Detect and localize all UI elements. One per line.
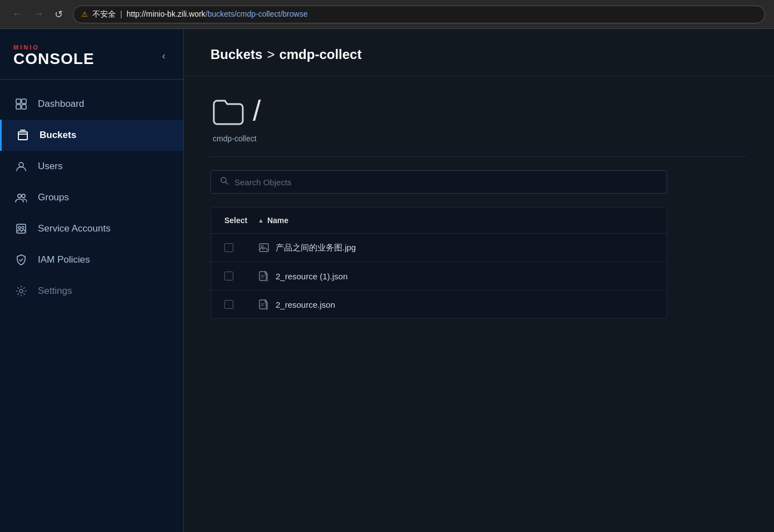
divider <box>210 156 747 157</box>
users-icon <box>13 159 29 174</box>
search-icon <box>220 176 229 188</box>
search-bar[interactable] <box>210 170 667 194</box>
svg-line-13 <box>226 182 228 184</box>
groups-label: Groups <box>38 192 69 203</box>
svg-rect-14 <box>259 244 268 252</box>
sidebar-item-dashboard[interactable]: Dashboard <box>0 88 183 120</box>
svg-point-5 <box>19 162 23 167</box>
address-text: 不安全 | http://minio-bk.zili.work/buckets/… <box>92 9 307 19</box>
app-container: MINIO CONSOLE ‹ Dashboard <box>0 29 774 532</box>
svg-rect-3 <box>22 105 26 109</box>
svg-point-7 <box>22 194 25 198</box>
row-checkbox-3[interactable] <box>224 300 258 309</box>
iam-policies-label: IAM Policies <box>38 254 90 265</box>
iam-policies-icon <box>13 252 29 268</box>
service-accounts-icon <box>13 221 29 237</box>
sidebar-item-service-accounts[interactable]: Service Accounts <box>0 213 183 244</box>
svg-point-15 <box>261 245 263 248</box>
svg-rect-2 <box>16 105 21 109</box>
service-accounts-label: Service Accounts <box>38 223 110 234</box>
logo: MINIO CONSOLE <box>13 45 94 68</box>
content-area: / cmdp-collect <box>184 76 774 532</box>
buckets-icon <box>15 127 31 143</box>
svg-rect-0 <box>16 99 21 104</box>
sidebar-item-groups[interactable]: Groups <box>0 182 183 213</box>
forward-button[interactable]: → <box>30 6 47 22</box>
table-row[interactable]: 产品之间的业务图.jpg <box>211 234 667 262</box>
image-file-icon <box>258 242 270 254</box>
objects-table: Select ▲ Name <box>210 207 667 319</box>
folder-slash: / <box>253 96 261 125</box>
name-column-header[interactable]: ▲ Name <box>258 216 653 225</box>
users-label: Users <box>38 161 62 172</box>
logo-console: CONSOLE <box>13 51 94 68</box>
svg-rect-4 <box>18 132 27 140</box>
settings-label: Settings <box>38 285 72 297</box>
table-header: Select ▲ Name <box>211 208 667 234</box>
folder-name: cmdp-collect <box>210 134 257 143</box>
folder-icon-row: / <box>210 94 261 130</box>
security-icon: ⚠ <box>81 10 88 18</box>
sidebar-header: MINIO CONSOLE ‹ <box>0 29 183 80</box>
sort-arrow: ▲ <box>258 217 264 224</box>
sidebar-item-iam-policies[interactable]: IAM Policies <box>0 244 183 275</box>
breadcrumb-root[interactable]: Buckets <box>210 47 262 62</box>
dashboard-label: Dashboard <box>38 98 84 110</box>
svg-point-10 <box>22 226 24 229</box>
nav-buttons: ← → ↺ <box>9 6 66 23</box>
breadcrumb-separator: > <box>267 47 275 62</box>
svg-point-9 <box>18 226 21 229</box>
file-name-1: 产品之间的业务图.jpg <box>276 243 356 253</box>
settings-icon <box>13 283 29 299</box>
row-name-1: 产品之间的业务图.jpg <box>258 242 653 254</box>
back-button[interactable]: ← <box>9 6 26 22</box>
breadcrumb: Buckets > cmdp-collect <box>210 47 747 62</box>
row-name-2: 2_resource (1).json <box>258 270 653 282</box>
checkbox-2[interactable] <box>224 272 233 280</box>
svg-point-6 <box>18 194 21 198</box>
main-content: Buckets > cmdp-collect / cmdp-collect <box>184 29 774 532</box>
groups-icon <box>13 190 29 205</box>
sidebar-nav: Dashboard Buckets <box>0 80 183 532</box>
sidebar-item-users[interactable]: Users <box>0 151 183 182</box>
file-name-3: 2_resource.json <box>276 300 335 309</box>
file-name-2: 2_resource (1).json <box>276 272 347 281</box>
sidebar-collapse-button[interactable]: ‹ <box>158 48 170 64</box>
folder-header: / cmdp-collect <box>210 94 747 143</box>
checkbox-1[interactable] <box>224 243 233 252</box>
svg-point-11 <box>19 289 23 293</box>
page-header: Buckets > cmdp-collect <box>184 29 774 76</box>
row-checkbox-1[interactable] <box>224 243 258 252</box>
folder-icon <box>210 94 246 130</box>
breadcrumb-current: cmdp-collect <box>279 47 361 62</box>
json-file-icon-2 <box>258 298 270 311</box>
sidebar-item-settings[interactable]: Settings <box>0 275 183 307</box>
svg-rect-1 <box>22 99 26 104</box>
json-file-icon <box>258 270 270 282</box>
sidebar-item-buckets[interactable]: Buckets <box>0 120 183 151</box>
row-checkbox-2[interactable] <box>224 272 258 280</box>
table-row[interactable]: 2_resource.json <box>211 290 667 318</box>
row-name-3: 2_resource.json <box>258 298 653 311</box>
buckets-label: Buckets <box>40 130 76 141</box>
dashboard-icon <box>13 96 29 112</box>
checkbox-3[interactable] <box>224 300 233 309</box>
sidebar: MINIO CONSOLE ‹ Dashboard <box>0 29 184 532</box>
select-column-header: Select <box>224 215 258 225</box>
table-row[interactable]: 2_resource (1).json <box>211 262 667 290</box>
browser-chrome: ← → ↺ ⚠ 不安全 | http://minio-bk.zili.work/… <box>0 0 774 29</box>
search-input[interactable] <box>234 178 658 187</box>
reload-button[interactable]: ↺ <box>51 6 66 23</box>
address-bar[interactable]: ⚠ 不安全 | http://minio-bk.zili.work/bucket… <box>73 6 765 23</box>
